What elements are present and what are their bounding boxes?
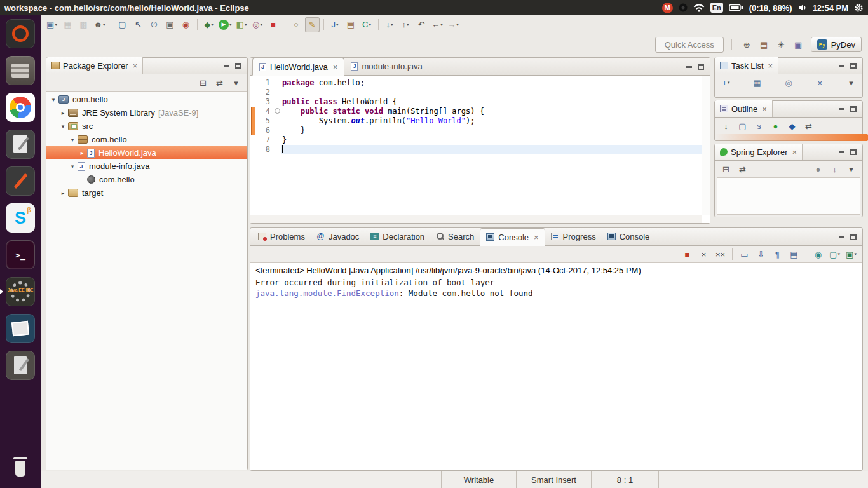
code-text[interactable]: } xyxy=(281,135,702,145)
code-text[interactable]: } xyxy=(281,126,702,135)
minimize-icon[interactable] xyxy=(839,65,844,67)
collapse-all-icon[interactable]: ⊟ xyxy=(196,75,210,90)
expander-icon[interactable]: ▾ xyxy=(49,97,58,103)
view-menu-icon[interactable]: ▾ xyxy=(844,161,858,177)
minimize-icon[interactable] xyxy=(839,108,844,110)
link-with-editor-icon[interactable]: ⇄ xyxy=(212,75,227,90)
new-window-icon[interactable]: ▣ xyxy=(163,17,177,32)
code-text[interactable] xyxy=(281,88,702,97)
new-package-icon[interactable]: ▤ xyxy=(344,17,358,32)
console-output[interactable]: <terminated> HelloWorld [Java Applicatio… xyxy=(250,262,862,470)
maximize-icon[interactable] xyxy=(850,149,857,155)
console-tab-problems-0[interactable]: Problems xyxy=(252,227,311,245)
wifi-icon[interactable] xyxy=(693,3,705,12)
console-tab-console-4[interactable]: Console xyxy=(480,228,545,246)
pointer-mode-icon[interactable]: ↖ xyxy=(131,17,146,32)
filter-beans-icon[interactable]: ● xyxy=(811,161,825,177)
categorized-icon[interactable]: ▦ xyxy=(750,75,764,90)
hide-local-types-icon[interactable]: ◆ xyxy=(785,118,799,133)
word-wrap-icon[interactable]: ¶ xyxy=(770,247,785,262)
focus-on-workweek-icon[interactable]: ◎ xyxy=(782,75,796,90)
display-selected-console-icon[interactable]: ▢▾ xyxy=(827,247,842,262)
editor-tab-helloworld-java[interactable]: JHelloWorld.java xyxy=(252,58,344,76)
keyboard-layout-indicator[interactable]: En xyxy=(710,3,723,13)
hide-non-public-icon[interactable]: ● xyxy=(768,118,783,133)
coverage-icon[interactable]: ◧▾ xyxy=(234,17,249,32)
launcher-item-eclipse-javaee-ide[interactable]: Java EE IDE xyxy=(0,273,41,310)
code-text[interactable]: package com.hello; xyxy=(281,78,702,88)
launcher-item-dash-home[interactable] xyxy=(0,15,41,52)
link-with-editor-icon[interactable]: ⇄ xyxy=(735,161,750,177)
save-all-icon[interactable]: ▩ xyxy=(76,17,91,32)
minimize-icon[interactable] xyxy=(224,65,229,67)
console-tab-console-6[interactable]: Console xyxy=(602,227,656,245)
console-tab-javadoc-1[interactable]: @Javadoc xyxy=(311,227,365,245)
stop-icon[interactable]: ■ xyxy=(266,17,281,32)
quick-access-box[interactable]: Quick Access xyxy=(655,37,724,53)
package-explorer-tab[interactable]: Package Explorer xyxy=(46,57,143,74)
maximize-icon[interactable] xyxy=(698,64,704,70)
collapse-all-icon[interactable]: ⊟ xyxy=(719,161,733,177)
spring-explorer-tab[interactable]: Spring Explorer xyxy=(715,144,803,160)
user-profile-icon[interactable]: ☻▾ xyxy=(92,17,107,32)
tree-item-jre-system-library[interactable]: ▸JRE System Library[JavaSE-9] xyxy=(46,106,247,119)
expander-icon[interactable]: ▾ xyxy=(68,137,77,143)
volume-icon[interactable] xyxy=(798,4,807,11)
expander-icon[interactable]: ▾ xyxy=(58,123,67,130)
clear-console-icon[interactable]: ▭ xyxy=(737,247,752,262)
search-icon[interactable]: ○ xyxy=(289,17,304,32)
close-icon[interactable] xyxy=(762,104,767,114)
sort-icon[interactable]: ↓ xyxy=(719,118,733,133)
outline-tab[interactable]: Outline xyxy=(715,100,773,117)
app-indicator-icon[interactable] xyxy=(679,3,688,12)
close-icon[interactable] xyxy=(133,61,138,71)
mark-occurrences-icon[interactable]: ✎ xyxy=(305,17,320,32)
launcher-item-trash[interactable] xyxy=(0,449,41,485)
save-icon[interactable]: ▦ xyxy=(60,17,75,32)
overview-ruler[interactable] xyxy=(702,76,710,215)
code-text[interactable]: public class HelloWorld { xyxy=(281,97,702,107)
view-menu-icon[interactable]: ▾ xyxy=(844,75,858,90)
close-icon[interactable] xyxy=(534,233,539,242)
expander-icon[interactable]: ▸ xyxy=(58,110,67,116)
debug-icon[interactable]: ◆▾ xyxy=(201,17,216,32)
skip-breakpoints-icon[interactable]: ∅ xyxy=(147,17,161,32)
sort-icon[interactable]: ↓ xyxy=(827,161,842,177)
close-icon[interactable] xyxy=(768,61,773,71)
insert-mode-status[interactable]: Smart Insert xyxy=(516,471,591,488)
javaee-perspective-icon[interactable]: ▤ xyxy=(757,37,771,52)
open-console-view-icon[interactable]: ▢ xyxy=(115,17,130,32)
console-tab-progress-5[interactable]: Progress xyxy=(545,227,602,245)
console-tab-search-3[interactable]: Search xyxy=(430,227,480,245)
close-icon[interactable] xyxy=(333,62,338,72)
tree-item-target[interactable]: ▸target xyxy=(46,186,247,200)
tree-item-com-hello[interactable]: com.hello xyxy=(46,173,247,186)
expander-icon[interactable]: ▸ xyxy=(58,190,67,196)
hide-static-members-icon[interactable]: s xyxy=(752,118,766,133)
launcher-item-text-editor[interactable] xyxy=(0,126,41,163)
fold-collapse-icon[interactable]: − xyxy=(273,107,281,116)
hide-fields-icon[interactable]: ▢ xyxy=(735,118,750,133)
minimize-icon[interactable] xyxy=(839,236,844,238)
task-list-tab[interactable]: Task List xyxy=(715,57,778,74)
code-text[interactable]: public static void main(String[] args) { xyxy=(281,107,702,116)
close-icon[interactable] xyxy=(792,147,797,157)
new-java-project-icon[interactable]: J▾ xyxy=(328,17,342,32)
maximize-icon[interactable] xyxy=(850,63,857,69)
pydev-perspective-button[interactable]: Py PyDev xyxy=(811,37,862,52)
new-task-icon[interactable]: +▾ xyxy=(719,75,733,90)
expander-icon[interactable]: ▸ xyxy=(78,150,86,156)
tree-item-com-hello[interactable]: ▾com.hello xyxy=(46,133,247,146)
editor-tab-module-info-java[interactable]: Jmodule-info.java xyxy=(344,57,428,75)
expander-icon[interactable]: ▾ xyxy=(68,163,77,170)
launcher-item-annotate-tool[interactable] xyxy=(0,163,41,200)
open-console-icon[interactable]: ▣▾ xyxy=(844,247,858,262)
remove-all-terminated-icon[interactable]: ×× xyxy=(713,247,728,262)
launcher-item-terminal[interactable]: >_ xyxy=(0,236,41,273)
next-annotation-icon[interactable]: ↓▾ xyxy=(383,17,397,32)
console-tab-declaration-2[interactable]: ≡Declaration xyxy=(365,227,430,245)
launcher-item-gedit-editor[interactable] xyxy=(0,347,41,384)
profile-icon[interactable]: ◎▾ xyxy=(250,17,265,32)
back-icon[interactable]: ←▾ xyxy=(430,17,445,32)
scroll-lock-icon[interactable]: ⇩ xyxy=(754,247,768,262)
